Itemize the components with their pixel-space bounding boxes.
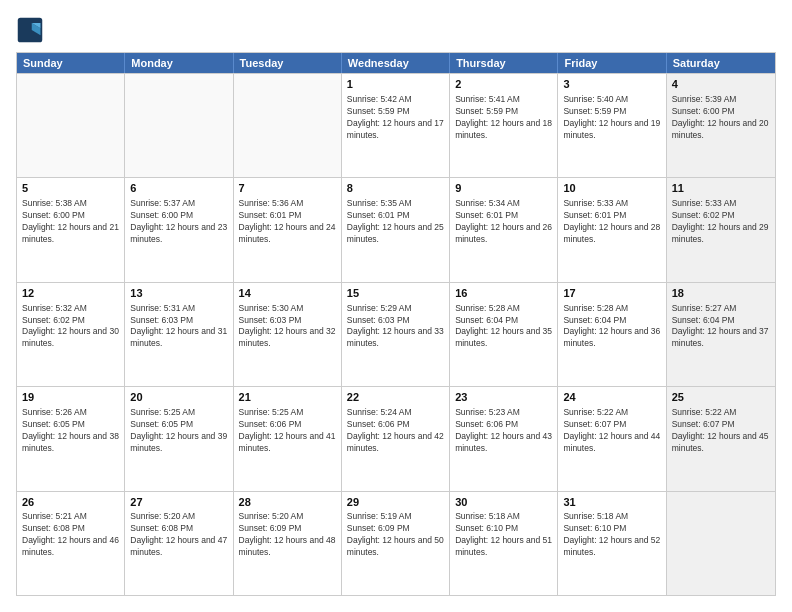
day-number: 14 xyxy=(239,286,336,301)
day-number: 20 xyxy=(130,390,227,405)
cell-text: Sunrise: 5:27 AMSunset: 6:04 PMDaylight:… xyxy=(672,303,770,351)
cell-text: Sunrise: 5:18 AMSunset: 6:10 PMDaylight:… xyxy=(455,511,552,559)
calendar-cell: 25Sunrise: 5:22 AMSunset: 6:07 PMDayligh… xyxy=(667,387,775,490)
calendar-cell: 12Sunrise: 5:32 AMSunset: 6:02 PMDayligh… xyxy=(17,283,125,386)
calendar-cell: 22Sunrise: 5:24 AMSunset: 6:06 PMDayligh… xyxy=(342,387,450,490)
calendar-header-cell: Monday xyxy=(125,53,233,73)
cell-text: Sunrise: 5:32 AMSunset: 6:02 PMDaylight:… xyxy=(22,303,119,351)
calendar-cell: 29Sunrise: 5:19 AMSunset: 6:09 PMDayligh… xyxy=(342,492,450,595)
page: SundayMondayTuesdayWednesdayThursdayFrid… xyxy=(0,0,792,612)
cell-text: Sunrise: 5:35 AMSunset: 6:01 PMDaylight:… xyxy=(347,198,444,246)
cell-text: Sunrise: 5:25 AMSunset: 6:06 PMDaylight:… xyxy=(239,407,336,455)
day-number: 22 xyxy=(347,390,444,405)
calendar-cell: 21Sunrise: 5:25 AMSunset: 6:06 PMDayligh… xyxy=(234,387,342,490)
cell-text: Sunrise: 5:22 AMSunset: 6:07 PMDaylight:… xyxy=(672,407,770,455)
logo-icon xyxy=(16,16,44,44)
calendar-cell: 16Sunrise: 5:28 AMSunset: 6:04 PMDayligh… xyxy=(450,283,558,386)
day-number: 2 xyxy=(455,77,552,92)
calendar-cell: 19Sunrise: 5:26 AMSunset: 6:05 PMDayligh… xyxy=(17,387,125,490)
calendar-header-cell: Wednesday xyxy=(342,53,450,73)
cell-text: Sunrise: 5:37 AMSunset: 6:00 PMDaylight:… xyxy=(130,198,227,246)
calendar-cell: 2Sunrise: 5:41 AMSunset: 5:59 PMDaylight… xyxy=(450,74,558,177)
day-number: 9 xyxy=(455,181,552,196)
day-number: 6 xyxy=(130,181,227,196)
day-number: 5 xyxy=(22,181,119,196)
day-number: 7 xyxy=(239,181,336,196)
day-number: 27 xyxy=(130,495,227,510)
cell-text: Sunrise: 5:25 AMSunset: 6:05 PMDaylight:… xyxy=(130,407,227,455)
calendar-cell: 20Sunrise: 5:25 AMSunset: 6:05 PMDayligh… xyxy=(125,387,233,490)
calendar-cell: 24Sunrise: 5:22 AMSunset: 6:07 PMDayligh… xyxy=(558,387,666,490)
header xyxy=(16,16,776,44)
calendar-cell: 3Sunrise: 5:40 AMSunset: 5:59 PMDaylight… xyxy=(558,74,666,177)
cell-text: Sunrise: 5:18 AMSunset: 6:10 PMDaylight:… xyxy=(563,511,660,559)
day-number: 31 xyxy=(563,495,660,510)
calendar-cell: 28Sunrise: 5:20 AMSunset: 6:09 PMDayligh… xyxy=(234,492,342,595)
cell-text: Sunrise: 5:39 AMSunset: 6:00 PMDaylight:… xyxy=(672,94,770,142)
cell-text: Sunrise: 5:42 AMSunset: 5:59 PMDaylight:… xyxy=(347,94,444,142)
calendar-cell: 7Sunrise: 5:36 AMSunset: 6:01 PMDaylight… xyxy=(234,178,342,281)
calendar-cell: 27Sunrise: 5:20 AMSunset: 6:08 PMDayligh… xyxy=(125,492,233,595)
calendar-week: 5Sunrise: 5:38 AMSunset: 6:00 PMDaylight… xyxy=(17,177,775,281)
cell-text: Sunrise: 5:30 AMSunset: 6:03 PMDaylight:… xyxy=(239,303,336,351)
calendar-cell: 30Sunrise: 5:18 AMSunset: 6:10 PMDayligh… xyxy=(450,492,558,595)
day-number: 21 xyxy=(239,390,336,405)
calendar-cell: 15Sunrise: 5:29 AMSunset: 6:03 PMDayligh… xyxy=(342,283,450,386)
calendar-header-cell: Thursday xyxy=(450,53,558,73)
day-number: 10 xyxy=(563,181,660,196)
cell-text: Sunrise: 5:34 AMSunset: 6:01 PMDaylight:… xyxy=(455,198,552,246)
day-number: 29 xyxy=(347,495,444,510)
calendar-cell: 4Sunrise: 5:39 AMSunset: 6:00 PMDaylight… xyxy=(667,74,775,177)
day-number: 12 xyxy=(22,286,119,301)
day-number: 3 xyxy=(563,77,660,92)
day-number: 16 xyxy=(455,286,552,301)
cell-text: Sunrise: 5:33 AMSunset: 6:02 PMDaylight:… xyxy=(672,198,770,246)
calendar-cell: 26Sunrise: 5:21 AMSunset: 6:08 PMDayligh… xyxy=(17,492,125,595)
cell-text: Sunrise: 5:21 AMSunset: 6:08 PMDaylight:… xyxy=(22,511,119,559)
day-number: 30 xyxy=(455,495,552,510)
cell-text: Sunrise: 5:31 AMSunset: 6:03 PMDaylight:… xyxy=(130,303,227,351)
calendar-week: 19Sunrise: 5:26 AMSunset: 6:05 PMDayligh… xyxy=(17,386,775,490)
calendar-cell: 17Sunrise: 5:28 AMSunset: 6:04 PMDayligh… xyxy=(558,283,666,386)
day-number: 24 xyxy=(563,390,660,405)
cell-text: Sunrise: 5:38 AMSunset: 6:00 PMDaylight:… xyxy=(22,198,119,246)
day-number: 19 xyxy=(22,390,119,405)
cell-text: Sunrise: 5:20 AMSunset: 6:09 PMDaylight:… xyxy=(239,511,336,559)
calendar: SundayMondayTuesdayWednesdayThursdayFrid… xyxy=(16,52,776,596)
calendar-cell: 23Sunrise: 5:23 AMSunset: 6:06 PMDayligh… xyxy=(450,387,558,490)
day-number: 15 xyxy=(347,286,444,301)
calendar-cell xyxy=(17,74,125,177)
cell-text: Sunrise: 5:40 AMSunset: 5:59 PMDaylight:… xyxy=(563,94,660,142)
calendar-header-cell: Friday xyxy=(558,53,666,73)
calendar-cell: 31Sunrise: 5:18 AMSunset: 6:10 PMDayligh… xyxy=(558,492,666,595)
calendar-cell xyxy=(667,492,775,595)
cell-text: Sunrise: 5:26 AMSunset: 6:05 PMDaylight:… xyxy=(22,407,119,455)
cell-text: Sunrise: 5:33 AMSunset: 6:01 PMDaylight:… xyxy=(563,198,660,246)
cell-text: Sunrise: 5:20 AMSunset: 6:08 PMDaylight:… xyxy=(130,511,227,559)
calendar-cell: 14Sunrise: 5:30 AMSunset: 6:03 PMDayligh… xyxy=(234,283,342,386)
day-number: 17 xyxy=(563,286,660,301)
day-number: 8 xyxy=(347,181,444,196)
calendar-week: 12Sunrise: 5:32 AMSunset: 6:02 PMDayligh… xyxy=(17,282,775,386)
calendar-header-cell: Sunday xyxy=(17,53,125,73)
logo xyxy=(16,16,48,44)
calendar-week: 1Sunrise: 5:42 AMSunset: 5:59 PMDaylight… xyxy=(17,73,775,177)
calendar-body: 1Sunrise: 5:42 AMSunset: 5:59 PMDaylight… xyxy=(17,73,775,595)
calendar-cell: 5Sunrise: 5:38 AMSunset: 6:00 PMDaylight… xyxy=(17,178,125,281)
cell-text: Sunrise: 5:22 AMSunset: 6:07 PMDaylight:… xyxy=(563,407,660,455)
day-number: 25 xyxy=(672,390,770,405)
day-number: 4 xyxy=(672,77,770,92)
calendar-cell: 9Sunrise: 5:34 AMSunset: 6:01 PMDaylight… xyxy=(450,178,558,281)
calendar-header-cell: Tuesday xyxy=(234,53,342,73)
calendar-cell: 8Sunrise: 5:35 AMSunset: 6:01 PMDaylight… xyxy=(342,178,450,281)
day-number: 13 xyxy=(130,286,227,301)
day-number: 11 xyxy=(672,181,770,196)
day-number: 28 xyxy=(239,495,336,510)
cell-text: Sunrise: 5:23 AMSunset: 6:06 PMDaylight:… xyxy=(455,407,552,455)
cell-text: Sunrise: 5:19 AMSunset: 6:09 PMDaylight:… xyxy=(347,511,444,559)
calendar-cell: 6Sunrise: 5:37 AMSunset: 6:00 PMDaylight… xyxy=(125,178,233,281)
calendar-header-cell: Saturday xyxy=(667,53,775,73)
cell-text: Sunrise: 5:29 AMSunset: 6:03 PMDaylight:… xyxy=(347,303,444,351)
cell-text: Sunrise: 5:36 AMSunset: 6:01 PMDaylight:… xyxy=(239,198,336,246)
calendar-header-row: SundayMondayTuesdayWednesdayThursdayFrid… xyxy=(17,53,775,73)
